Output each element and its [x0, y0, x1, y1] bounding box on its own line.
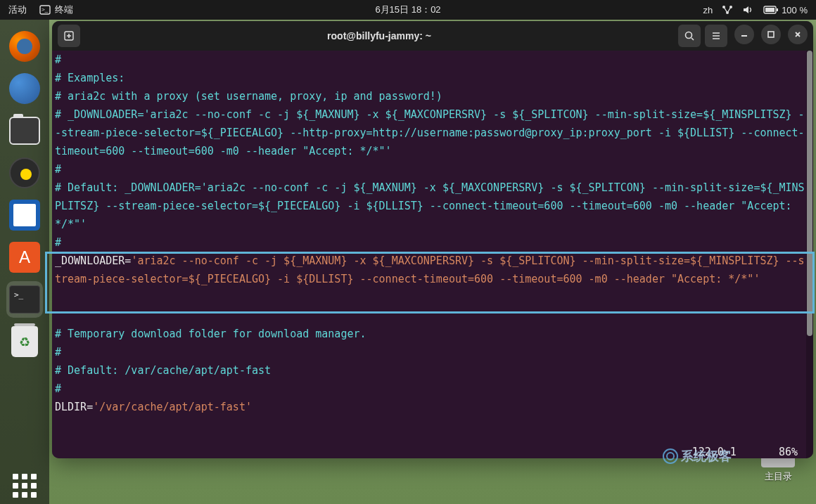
desktop-icon-label: 主目录 — [765, 470, 792, 483]
current-app-menu[interactable]: >_ 终端 — [39, 4, 73, 16]
dock-terminal[interactable]: >_ — [6, 281, 43, 318]
network-icon[interactable] — [721, 4, 734, 15]
top-bar: 活动 >_ 终端 6月15日 18：02 zh 100 % — [0, 0, 816, 20]
new-tab-button[interactable] — [58, 25, 80, 47]
volume-icon[interactable] — [742, 4, 755, 15]
writer-icon — [9, 200, 40, 231]
terminal-titlebar[interactable]: root@billyfu-jammy: ~ — [52, 21, 813, 51]
dock-writer[interactable] — [6, 197, 43, 233]
terminal-icon: >_ — [9, 285, 40, 314]
thunderbird-icon — [9, 73, 40, 104]
clock[interactable]: 6月15日 18：02 — [375, 4, 440, 16]
software-icon: A — [9, 242, 40, 273]
current-app-label: 终端 — [55, 4, 73, 16]
watermark-text: 系统极客 — [681, 448, 732, 465]
dock-rhythmbox[interactable] — [6, 155, 43, 191]
firefox-icon — [9, 31, 40, 62]
svg-rect-6 — [765, 8, 774, 12]
battery-percent: 100 % — [782, 5, 808, 15]
dock-software[interactable]: A — [6, 239, 43, 276]
svg-point-9 — [686, 32, 692, 39]
search-button[interactable] — [678, 25, 701, 47]
dock-thunderbird[interactable] — [6, 70, 43, 107]
terminal-content[interactable]: ## Examples:# aria2c with a proxy (set u… — [52, 51, 813, 458]
close-button[interactable] — [788, 25, 808, 44]
input-method-indicator[interactable]: zh — [703, 5, 713, 15]
maximize-button[interactable] — [761, 25, 781, 44]
svg-text:>_: >_ — [42, 6, 49, 13]
svg-rect-7 — [777, 8, 778, 11]
dock-firefox[interactable] — [6, 28, 43, 65]
watermark-icon — [663, 448, 678, 464]
rhythmbox-icon — [9, 157, 40, 188]
battery-indicator[interactable]: 100 % — [763, 5, 808, 15]
apps-grid-icon — [13, 474, 37, 498]
dock-trash[interactable] — [6, 323, 43, 360]
trash-icon — [11, 326, 38, 357]
terminal-window: root@billyfu-jammy: ~ ## Examples:# aria… — [52, 21, 813, 458]
window-title: root@billyfu-jammy: ~ — [80, 30, 678, 41]
minimize-button[interactable] — [734, 25, 754, 44]
dock-files[interactable] — [6, 112, 43, 149]
terminal-scrollbar[interactable] — [806, 51, 813, 458]
watermark: 系统极客 — [663, 448, 732, 465]
svg-rect-10 — [768, 32, 774, 37]
scrollbar-thumb[interactable] — [807, 51, 812, 336]
activities-button[interactable]: 活动 — [8, 4, 27, 16]
files-icon — [9, 117, 40, 145]
scroll-percent: 86% — [779, 446, 798, 458]
menu-button[interactable] — [705, 25, 727, 47]
dock: A >_ — [0, 20, 49, 504]
dock-show-apps[interactable] — [6, 467, 43, 504]
